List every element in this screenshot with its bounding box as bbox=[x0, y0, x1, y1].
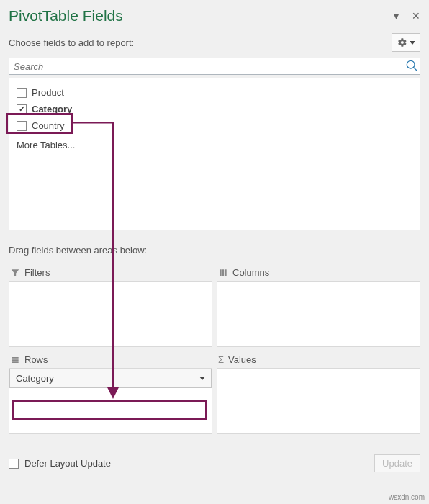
header-controls: ▾ ✕ bbox=[394, 10, 420, 22]
filters-area[interactable]: Filters bbox=[9, 264, 212, 347]
values-header: Σ Values bbox=[217, 351, 420, 368]
filter-icon bbox=[10, 268, 20, 278]
field-country[interactable]: Country bbox=[15, 117, 414, 134]
field-label: Product bbox=[32, 87, 64, 98]
defer-label: Defer Layout Update bbox=[24, 458, 111, 469]
rows-header: Rows bbox=[9, 351, 212, 368]
rows-body[interactable]: Category bbox=[9, 368, 212, 434]
fields-list: Product Category Country More Tables... bbox=[9, 78, 420, 230]
dropdown-caret-icon[interactable]: ▾ bbox=[394, 10, 399, 22]
subtitle-row: Choose fields to add to report: bbox=[9, 33, 420, 52]
area-label: Values bbox=[228, 354, 256, 365]
rows-item-caret-icon[interactable] bbox=[199, 377, 205, 380]
close-icon[interactable]: ✕ bbox=[412, 10, 420, 22]
drag-instruction: Drag fields between areas below: bbox=[9, 245, 420, 256]
filters-header: Filters bbox=[9, 264, 212, 281]
watermark: wsxdn.com bbox=[389, 493, 425, 501]
search-icon bbox=[406, 60, 417, 71]
checkbox-defer[interactable] bbox=[9, 459, 19, 469]
field-label: Country bbox=[32, 120, 65, 131]
search-wrap bbox=[9, 58, 420, 75]
rows-item-label: Category bbox=[16, 373, 54, 384]
more-tables-link[interactable]: More Tables... bbox=[15, 134, 414, 156]
settings-button[interactable] bbox=[392, 33, 420, 52]
filters-body[interactable] bbox=[9, 281, 212, 347]
rows-item-category[interactable]: Category bbox=[9, 369, 212, 388]
rows-icon bbox=[10, 355, 20, 365]
rows-area[interactable]: Rows Category bbox=[9, 351, 212, 434]
subtitle-text: Choose fields to add to report: bbox=[9, 37, 134, 48]
field-product[interactable]: Product bbox=[15, 84, 414, 101]
defer-layout-update[interactable]: Defer Layout Update bbox=[9, 458, 111, 469]
settings-caret-icon bbox=[410, 41, 415, 45]
drop-areas: Filters Columns Rows Category bbox=[9, 264, 420, 434]
columns-icon bbox=[218, 268, 228, 278]
values-body[interactable] bbox=[217, 368, 420, 434]
pane-header: PivotTable Fields ▾ ✕ bbox=[9, 7, 420, 29]
columns-body[interactable] bbox=[217, 281, 420, 347]
values-area[interactable]: Σ Values bbox=[217, 351, 420, 434]
area-label: Columns bbox=[232, 267, 269, 278]
columns-area[interactable]: Columns bbox=[217, 264, 420, 347]
field-category[interactable]: Category bbox=[15, 101, 414, 117]
pivottable-fields-pane: PivotTable Fields ▾ ✕ Choose fields to a… bbox=[0, 0, 429, 504]
footer-row: Defer Layout Update Update bbox=[9, 454, 420, 472]
columns-header: Columns bbox=[217, 264, 420, 281]
search-input[interactable] bbox=[9, 58, 420, 75]
checkbox-product[interactable] bbox=[17, 88, 27, 98]
sigma-icon: Σ bbox=[218, 354, 224, 365]
checkbox-category[interactable] bbox=[17, 104, 27, 114]
area-label: Rows bbox=[24, 354, 48, 365]
field-label: Category bbox=[32, 104, 72, 114]
pane-title: PivotTable Fields bbox=[9, 7, 123, 24]
checkbox-country[interactable] bbox=[17, 121, 27, 131]
area-label: Filters bbox=[24, 267, 50, 278]
update-button: Update bbox=[374, 454, 420, 472]
gear-icon bbox=[397, 37, 407, 48]
